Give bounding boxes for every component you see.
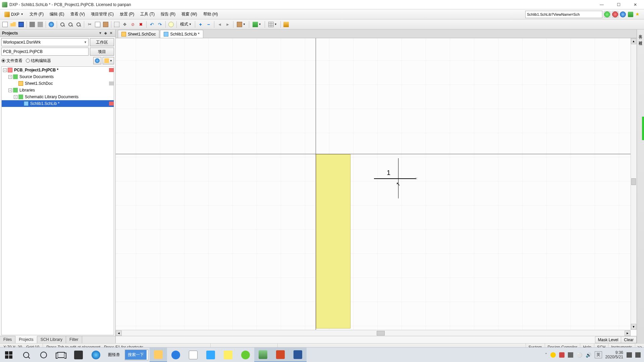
- tray-battery-icon[interactable]: [568, 352, 573, 358]
- window-close-button[interactable]: ✕: [631, 1, 639, 8]
- scroll-track[interactable]: [631, 44, 636, 324]
- zoom-out-button[interactable]: [67, 21, 74, 28]
- edit-menu[interactable]: 编辑 (E): [47, 10, 67, 19]
- taskbar-word[interactable]: [289, 348, 307, 362]
- preview-button[interactable]: [37, 21, 44, 28]
- scroll-track[interactable]: [122, 330, 625, 336]
- scroll-up-button[interactable]: ▲: [631, 38, 636, 44]
- pin-designator[interactable]: 1: [387, 169, 390, 177]
- tray-notif-icon-2[interactable]: [635, 352, 641, 358]
- home-icon[interactable]: [620, 11, 626, 17]
- project-button[interactable]: 项目: [90, 48, 114, 56]
- tray-icon-2[interactable]: [559, 352, 565, 358]
- tree-node-libraries[interactable]: − Libraries: [2, 87, 114, 94]
- expander-icon[interactable]: −: [14, 95, 17, 99]
- taskbar-sticky[interactable]: [219, 348, 237, 362]
- structure-editor-radio[interactable]: 结构编辑器: [26, 58, 51, 64]
- clear-button[interactable]: ✖: [137, 21, 145, 28]
- window-menu[interactable]: 视窗 (W): [178, 10, 200, 19]
- taskbar-app-1[interactable]: [70, 348, 87, 362]
- schematic-canvas[interactable]: 1 × ↖: [116, 38, 637, 336]
- taskbar-clock[interactable]: 9:36 2020/5/21: [605, 351, 623, 359]
- project-file-field[interactable]: PCB_Project1.PrjPCB: [1, 48, 89, 56]
- taskbar-explorer[interactable]: [150, 348, 167, 362]
- taskbar-app-2[interactable]: [237, 348, 254, 362]
- expander-icon[interactable]: −: [8, 88, 12, 92]
- new-button[interactable]: [1, 21, 9, 28]
- project-menu[interactable]: 项目管理 (C): [88, 10, 117, 19]
- project-tree[interactable]: − PCB_Project1.PrjPCB * − Source Documen…: [1, 66, 114, 335]
- taskbar-app-text[interactable]: 图怪兽: [105, 348, 123, 362]
- scroll-right-button[interactable]: ►: [625, 330, 631, 336]
- undo-button[interactable]: ↶: [148, 21, 156, 28]
- chart-dropdown[interactable]: ▼: [251, 21, 263, 28]
- scroll-down-button[interactable]: ▼: [631, 324, 636, 330]
- component-dropdown[interactable]: ▼: [235, 21, 247, 28]
- add-button[interactable]: +: [197, 21, 204, 28]
- workspace-button[interactable]: 工作区: [90, 38, 114, 46]
- clear-mask-button[interactable]: Clear: [621, 337, 637, 343]
- nav-back-button[interactable]: [604, 11, 610, 18]
- nav-extra-icon-1[interactable]: [628, 12, 633, 17]
- tray-wifi-icon[interactable]: ⚪: [577, 352, 582, 358]
- panel-dropdown-button[interactable]: ▼: [98, 31, 103, 36]
- scroll-thumb[interactable]: [377, 331, 385, 336]
- doc-tab-schlib[interactable]: Schlib1.SchLib *: [160, 30, 203, 38]
- expander-icon[interactable]: −: [8, 75, 12, 79]
- grid-dropdown[interactable]: ▼: [267, 21, 279, 28]
- taskbar-mail[interactable]: [202, 348, 219, 362]
- remove-button[interactable]: −: [205, 21, 212, 28]
- tray-notif-icon-1[interactable]: [627, 352, 632, 358]
- workspace-combo[interactable]: Workspace1.DsnWrk ▼: [1, 38, 89, 46]
- scroll-left-button[interactable]: ◄: [116, 330, 122, 336]
- horizontal-scrollbar[interactable]: ◄ ►: [116, 330, 631, 336]
- move-button[interactable]: ✥: [121, 21, 128, 28]
- refresh-button[interactable]: [93, 57, 101, 64]
- tab-projects[interactable]: Projects: [15, 336, 37, 343]
- help-button[interactable]: [167, 21, 175, 28]
- taskbar-altium[interactable]: [254, 348, 272, 362]
- file-view-radio[interactable]: 文件查看: [1, 58, 22, 64]
- redo-button[interactable]: ↷: [156, 21, 164, 28]
- panel-pin-button[interactable]: ◈: [103, 31, 108, 36]
- open-button[interactable]: [9, 21, 17, 28]
- taskbar-store[interactable]: [184, 348, 202, 362]
- search-button[interactable]: [17, 348, 35, 362]
- save-button[interactable]: [17, 21, 25, 28]
- help-menu[interactable]: 帮助 (H): [200, 10, 221, 19]
- taskbar-search-input[interactable]: 搜索一下: [125, 350, 148, 360]
- nav-url-input[interactable]: [525, 11, 602, 18]
- cortana-button[interactable]: [35, 348, 52, 362]
- tab-sch-library[interactable]: SCH Library: [37, 336, 66, 343]
- mode-dropdown[interactable]: 模式▼: [178, 21, 193, 28]
- taskbar-powerpoint[interactable]: [272, 348, 289, 362]
- tools-menu[interactable]: 工具 (T): [137, 10, 158, 19]
- file-menu[interactable]: 文件 (F): [26, 10, 47, 19]
- folder-button[interactable]: ▼: [103, 57, 114, 64]
- window-maximize-button[interactable]: ☐: [614, 1, 623, 8]
- tree-node-schlib-docs[interactable]: − Schematic Library Documents: [2, 94, 114, 100]
- next-button[interactable]: ►: [224, 21, 231, 28]
- zoom-area-button[interactable]: [48, 21, 55, 28]
- tree-node-sheet[interactable]: Sheet1.SchDoc: [2, 80, 114, 87]
- zoom-in-button[interactable]: [59, 21, 66, 28]
- mask-level-button[interactable]: Mask Level: [595, 337, 622, 343]
- doc-tab-sheet[interactable]: Sheet1.SchDoc: [118, 30, 159, 38]
- expander-icon[interactable]: −: [3, 68, 7, 72]
- print-button[interactable]: [29, 21, 36, 28]
- zoom-fit-button[interactable]: [75, 21, 82, 28]
- right-collapsed-panel[interactable]: 友善 对话框: [637, 29, 644, 343]
- tab-filter[interactable]: Filter: [66, 336, 82, 343]
- tray-volume-icon[interactable]: 🔊: [586, 352, 591, 358]
- dxp-menu[interactable]: DXP▼: [1, 10, 26, 19]
- favorite-icon[interactable]: ★: [635, 12, 641, 17]
- reports-menu[interactable]: 报告 (R): [158, 10, 178, 19]
- tree-node-source-docs[interactable]: − Source Documents: [2, 73, 114, 80]
- window-minimize-button[interactable]: —: [598, 1, 606, 8]
- image-button[interactable]: [282, 21, 290, 28]
- prev-button[interactable]: ◄: [216, 21, 223, 28]
- scroll-thumb[interactable]: [631, 178, 636, 185]
- task-view-button[interactable]: [52, 348, 70, 362]
- vertical-scrollbar[interactable]: ▲ ▼: [631, 38, 637, 330]
- ime-indicator[interactable]: 英: [595, 351, 602, 358]
